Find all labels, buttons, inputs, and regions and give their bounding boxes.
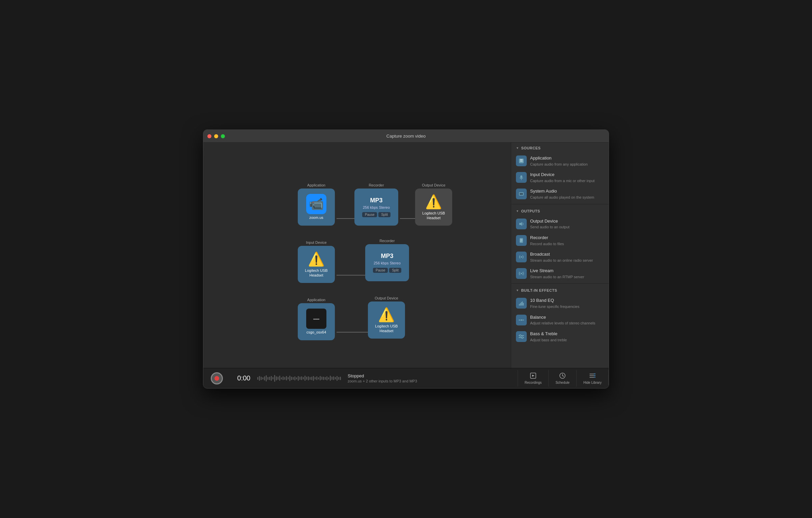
canvas-area: Application 📹 zoom.us Recorder MP3 256 k…	[203, 143, 511, 368]
connectors-svg	[203, 143, 511, 368]
minimize-button[interactable]	[214, 134, 218, 138]
node-application-csgo[interactable]: Application ▬▬▬ csgo_osx64	[298, 298, 335, 340]
output-device-sidebar-icon	[516, 219, 527, 229]
split-button-2[interactable]: Split	[389, 268, 401, 273]
bottom-bar: 0:00	[203, 368, 609, 388]
waveform-bar	[266, 375, 267, 381]
pause-button-2[interactable]: Pause	[373, 268, 388, 273]
node-name-csgo: csgo_osx64	[307, 330, 326, 335]
node-application-zoom[interactable]: Application 📹 zoom.us	[298, 183, 335, 226]
system-audio-text: System Audio Capture all audio played on…	[530, 189, 594, 200]
waveform-bar	[308, 376, 309, 380]
warning-icon-output-1: ⚠️	[425, 194, 442, 210]
waveform-bar	[335, 377, 336, 379]
hide-library-button[interactable]: Hide Library	[577, 370, 609, 386]
recorder-format-2: MP3	[381, 253, 393, 260]
hide-library-icon	[589, 372, 596, 379]
waveform-bar	[283, 376, 284, 380]
sidebar: ▼ SOURCES Application Capture audio from…	[511, 143, 609, 368]
record-button[interactable]	[211, 372, 223, 384]
waveform-bar	[311, 377, 312, 380]
svg-rect-10	[520, 193, 523, 195]
balance-sidebar-desc: Adjust relative levels of stereo channel…	[530, 321, 595, 325]
svg-rect-22	[523, 303, 524, 306]
waveform-bar	[286, 376, 287, 380]
waveform-bar	[271, 376, 272, 381]
waveform-bar	[274, 375, 275, 382]
svg-point-17	[521, 273, 522, 274]
sidebar-item-system-audio[interactable]: System Audio Capture all audio played on…	[511, 186, 609, 202]
waveform-bar	[267, 377, 268, 380]
recorder-buttons-2: Pause Split	[373, 268, 401, 273]
node-input-device[interactable]: Input Device ⚠️ Logitech USBHeadset	[298, 240, 335, 283]
sidebar-item-application[interactable]: Application Capture audio from any appli…	[511, 153, 609, 169]
node-box-app-zoom: 📹 zoom.us	[298, 189, 335, 226]
svg-point-16	[521, 256, 522, 258]
waveform-bar	[291, 377, 292, 380]
live-stream-sidebar-text: Live Stream Stream audio to an RTMP serv…	[530, 268, 584, 279]
node-name-output-2: Logitech USBHeadset	[375, 324, 398, 333]
waveform-bar	[326, 376, 327, 380]
divider-2	[511, 283, 609, 284]
sidebar-item-live-stream[interactable]: Live Stream Stream audio to an RTMP serv…	[511, 265, 609, 282]
waveform-bar	[303, 377, 304, 379]
waveform-bar	[293, 377, 294, 380]
bass-treble-sidebar-text: Bass & Treble Adjust bass and treble	[530, 331, 567, 342]
output-device-sidebar-desc: Send audio to an output	[530, 225, 570, 229]
eq-sidebar-desc: Fine-tune specific frequencies	[530, 304, 579, 309]
input-device-title: Input Device	[530, 172, 594, 178]
node-box-output-2: ⚠️ Logitech USBHeadset	[368, 301, 405, 339]
node-output-device-1[interactable]: Output Device ⚠️ Logitech USBHeadset	[415, 183, 452, 226]
schedule-button[interactable]: Schedule	[549, 370, 577, 386]
main-window: Capture zoom video Application 📹 zoom.us	[203, 130, 609, 388]
waveform-bar	[325, 377, 326, 380]
sidebar-item-recorder[interactable]: Recorder Record audio to files	[511, 232, 609, 249]
effects-section-header: ▼ BUILT-IN EFFECTS	[511, 285, 609, 295]
split-button-1[interactable]: Split	[378, 212, 390, 217]
waveform-bars	[257, 373, 341, 383]
sidebar-item-output-device[interactable]: Output Device Send audio to an output	[511, 216, 609, 232]
svg-marker-11	[519, 222, 522, 226]
waveform-bar	[321, 377, 322, 380]
maximize-button[interactable]	[221, 134, 225, 138]
bottom-actions: Recordings Schedule H	[518, 370, 609, 386]
node-output-device-2[interactable]: Output Device ⚠️ Logitech USBHeadset	[368, 296, 405, 339]
node-recorder-1[interactable]: Recorder MP3 256 kbps Stereo Pause Split	[354, 183, 398, 226]
node-recorder-2[interactable]: Recorder MP3 256 kbps Stereo Pause Split	[365, 239, 409, 281]
sidebar-item-eq[interactable]: 10 Band EQ Fine-tune specific frequencie…	[511, 295, 609, 312]
close-button[interactable]	[207, 134, 211, 138]
sidebar-item-input-device[interactable]: Input Device Capture audio from a mic or…	[511, 169, 609, 186]
svg-rect-18	[519, 304, 520, 306]
input-device-text: Input Device Capture audio from a mic or…	[530, 172, 594, 183]
waveform-bar	[315, 377, 316, 379]
svg-rect-6	[520, 161, 523, 162]
recorder-sidebar-title: Recorder	[530, 235, 564, 241]
node-name-zoom: zoom.us	[309, 215, 323, 220]
broadcast-sidebar-title: Broadcast	[530, 252, 593, 257]
recorder-box-1: MP3 256 kbps Stereo Pause Split	[354, 189, 398, 226]
broadcast-icon	[516, 252, 527, 262]
recordings-button[interactable]: Recordings	[518, 370, 549, 386]
waveform-bar	[333, 376, 334, 380]
warning-icon-output-2: ⚠️	[378, 307, 395, 323]
traffic-lights	[207, 134, 225, 138]
recorder-sidebar-desc: Record audio to files	[530, 241, 564, 246]
recorder-quality-1: 256 kbps Stereo	[363, 205, 390, 209]
divider-1	[511, 204, 609, 204]
pause-button-1[interactable]: Pause	[362, 212, 377, 217]
sidebar-item-bass-treble[interactable]: Bass & Treble Adjust bass and treble	[511, 328, 609, 345]
svg-point-29	[522, 337, 523, 338]
sidebar-item-broadcast[interactable]: Broadcast Stream audio to an online radi…	[511, 249, 609, 265]
system-audio-title: System Audio	[530, 189, 594, 194]
waveform-bar	[289, 376, 290, 381]
status-desc: zoom.us + 2 other inputs to MP3 and MP3	[348, 379, 511, 383]
svg-point-7	[520, 175, 522, 178]
sidebar-item-balance[interactable]: Balance Adjust relative levels of stereo…	[511, 312, 609, 328]
waveform-bar	[288, 377, 289, 379]
outputs-chevron: ▼	[516, 209, 519, 213]
node-label-output-1: Output Device	[422, 183, 445, 187]
window-title: Capture zoom video	[386, 134, 426, 139]
waveform-bar	[298, 376, 299, 381]
waveform-bar	[281, 377, 282, 379]
recorder-buttons-1: Pause Split	[362, 212, 390, 217]
